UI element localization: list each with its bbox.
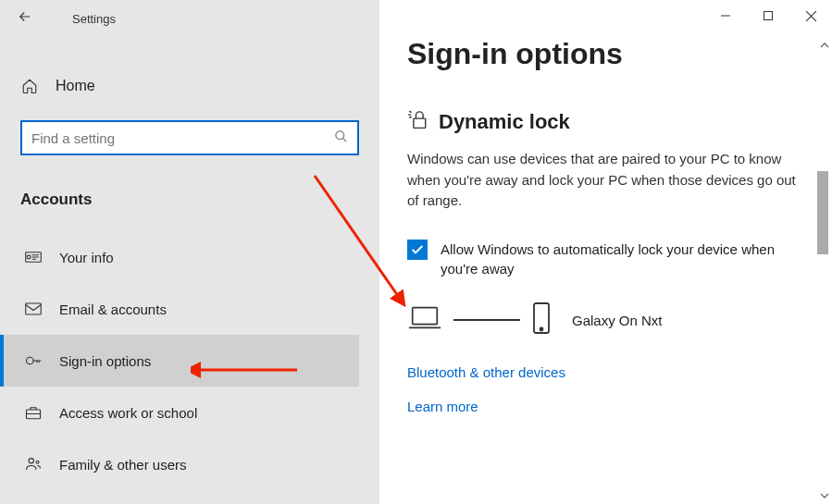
connection-line — [453, 319, 520, 321]
maximize-button[interactable] — [747, 0, 789, 31]
nav-label: Email & accounts — [59, 301, 167, 317]
search-box[interactable] — [20, 120, 359, 155]
bluetooth-link[interactable]: Bluetooth & other devices — [407, 364, 804, 380]
dynamic-lock-checkbox-row[interactable]: Allow Windows to automatically lock your… — [407, 240, 804, 280]
sidebar-home[interactable]: Home — [20, 67, 359, 105]
laptop-icon — [407, 304, 442, 336]
nav-label: Family & other users — [59, 457, 187, 473]
paired-device-name: Galaxy On Nxt — [572, 313, 663, 328]
content-panel: Sign-in options Dynamic lock Windows can… — [379, 0, 832, 504]
nav-label: Access work or school — [59, 405, 197, 421]
scroll-thumb[interactable] — [817, 171, 828, 254]
section-description: Windows can use devices that are paired … — [407, 149, 804, 212]
nav-label: Your info — [59, 250, 114, 265]
user-card-icon — [24, 250, 43, 264]
phone-icon — [531, 301, 552, 338]
nav-item-family[interactable]: Family & other users — [0, 438, 359, 490]
svg-rect-8 — [764, 12, 773, 20]
section-title: Dynamic lock — [439, 110, 570, 134]
briefcase-icon — [24, 405, 43, 420]
scroll-down-icon[interactable] — [817, 487, 832, 504]
app-title: Settings — [72, 12, 116, 26]
svg-point-4 — [27, 357, 34, 364]
svg-point-6 — [29, 459, 33, 463]
search-icon — [334, 129, 348, 146]
family-icon — [24, 456, 43, 473]
scrollbar[interactable] — [817, 37, 832, 504]
svg-rect-9 — [414, 118, 426, 128]
svg-point-12 — [540, 328, 543, 331]
sidebar-body: Home Accounts Your info Email & accounts — [0, 37, 379, 490]
key-icon — [24, 352, 43, 369]
close-button[interactable] — [789, 0, 832, 31]
device-pairing-row: Galaxy On Nxt — [407, 301, 804, 338]
svg-point-0 — [336, 131, 344, 140]
svg-rect-3 — [26, 303, 42, 314]
search-input[interactable] — [31, 130, 334, 146]
nav-item-signin[interactable]: Sign-in options — [0, 335, 359, 387]
learn-more-link[interactable]: Learn more — [407, 399, 804, 414]
nav-item-work[interactable]: Access work or school — [0, 387, 359, 438]
svg-point-7 — [36, 461, 39, 463]
section-title-row: Dynamic lock — [407, 108, 804, 136]
home-icon — [20, 78, 39, 94]
nav-item-email[interactable]: Email & accounts — [0, 283, 359, 335]
page-title: Sign-in options — [407, 37, 804, 71]
nav-item-your-info[interactable]: Your info — [0, 231, 359, 283]
back-button[interactable] — [17, 8, 44, 30]
svg-point-2 — [27, 255, 31, 259]
home-label: Home — [56, 78, 95, 94]
nav-list: Your info Email & accounts Sign-in optio… — [0, 231, 359, 490]
titlebar: Settings — [0, 0, 379, 37]
category-heading: Accounts — [20, 191, 359, 209]
window-controls — [704, 0, 832, 31]
dynamic-lock-icon — [407, 108, 429, 136]
svg-rect-10 — [413, 308, 438, 325]
email-icon — [24, 302, 43, 315]
minimize-button[interactable] — [704, 0, 747, 31]
scroll-up-icon[interactable] — [817, 37, 832, 54]
nav-label: Sign-in options — [59, 353, 151, 369]
sidebar: Settings Home Accounts Your info — [0, 0, 379, 504]
checkbox-checked-icon[interactable] — [407, 240, 428, 260]
checkbox-label: Allow Windows to automatically lock your… — [441, 240, 804, 280]
content-body: Sign-in options Dynamic lock Windows can… — [379, 0, 832, 414]
